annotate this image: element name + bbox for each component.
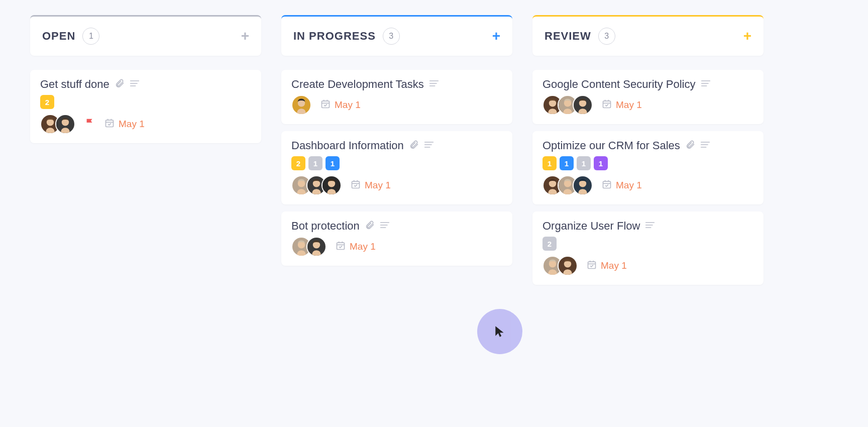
card-title: Dashboard Information — [291, 139, 404, 152]
badges-row: 211 — [291, 156, 502, 170]
description-icon[interactable] — [380, 221, 390, 231]
column-review: REVIEW 3 + Google Content Security Polic… — [532, 15, 764, 292]
due-date[interactable]: May 1 — [351, 179, 391, 192]
card-footer: May 1 — [40, 114, 251, 134]
count-badge[interactable]: 1 — [542, 156, 557, 170]
task-card[interactable]: Bot protectionMay 1 — [281, 211, 512, 266]
due-date[interactable]: May 1 — [587, 260, 627, 272]
due-date[interactable]: May 1 — [602, 179, 642, 192]
card-title-row: Get stuff done — [40, 78, 251, 91]
column-progress: IN PROGRESS 3 + Create Development Tasks… — [281, 15, 512, 292]
card-footer: May 1 — [542, 175, 753, 195]
badges-row: 1111 — [542, 156, 753, 170]
column-count-badge: 1 — [82, 28, 99, 45]
calendar-icon — [602, 179, 612, 192]
avatar[interactable] — [321, 175, 342, 195]
card-title: Organize User Flow — [542, 220, 640, 233]
svg-rect-77 — [588, 262, 596, 268]
add-card-button[interactable]: + — [492, 29, 500, 43]
task-card[interactable]: Google Content Security PolicyMay 1 — [532, 70, 764, 124]
svg-rect-7 — [106, 120, 114, 127]
column-title: OPEN — [42, 30, 75, 43]
add-card-button[interactable]: + — [241, 29, 249, 43]
card-title-row: Optimize our CRM for Sales — [542, 139, 753, 152]
count-badge[interactable]: 2 — [291, 156, 305, 170]
due-date-text: May 1 — [365, 180, 391, 191]
attachment-icon[interactable] — [115, 78, 125, 90]
attachment-icon[interactable] — [365, 220, 375, 232]
card-footer: May 1 — [542, 95, 753, 115]
card-title: Create Development Tasks — [291, 78, 424, 91]
card-footer: May 1 — [291, 175, 502, 195]
avatar[interactable] — [306, 237, 327, 257]
due-date[interactable]: May 1 — [104, 118, 145, 131]
avatar[interactable] — [291, 95, 311, 115]
avatars-group[interactable] — [40, 114, 75, 134]
due-date[interactable]: May 1 — [336, 241, 376, 253]
flag-icon[interactable] — [84, 118, 95, 131]
calendar-icon — [336, 241, 346, 253]
svg-rect-66 — [603, 181, 611, 188]
column-count-badge: 3 — [598, 28, 615, 45]
task-card[interactable]: Dashboard Information211May 1 — [281, 131, 512, 204]
description-icon[interactable] — [645, 221, 655, 231]
due-date[interactable]: May 1 — [320, 99, 361, 112]
badges-row: 2 — [542, 237, 753, 251]
task-card[interactable]: Get stuff done2May 1 — [30, 70, 261, 143]
avatars-group[interactable] — [291, 237, 327, 257]
count-badge[interactable]: 2 — [40, 95, 54, 109]
due-date-text: May 1 — [616, 99, 642, 111]
count-badge[interactable]: 1 — [577, 156, 591, 170]
description-icon[interactable] — [701, 79, 711, 89]
attachment-icon[interactable] — [409, 140, 419, 152]
svg-rect-16 — [322, 101, 330, 108]
avatar[interactable] — [573, 95, 593, 115]
card-title: Google Content Security Policy — [542, 78, 696, 91]
count-badge[interactable]: 1 — [308, 156, 322, 170]
description-icon[interactable] — [700, 141, 710, 151]
card-title: Optimize our CRM for Sales — [542, 139, 680, 152]
due-date-text: May 1 — [119, 119, 145, 130]
avatars-group[interactable] — [542, 95, 593, 115]
attachment-icon[interactable] — [685, 140, 695, 152]
cursor-indicator — [477, 309, 522, 354]
svg-rect-29 — [352, 181, 360, 188]
card-footer: May 1 — [291, 95, 502, 115]
calendar-icon — [351, 179, 361, 192]
column-open: OPEN 1 + Get stuff done2May 1 — [30, 15, 261, 292]
description-icon[interactable] — [130, 79, 140, 89]
column-count-badge: 3 — [383, 28, 400, 45]
card-footer: May 1 — [291, 237, 502, 257]
description-icon[interactable] — [429, 79, 439, 89]
column-title: IN PROGRESS — [293, 30, 376, 43]
avatars-group[interactable] — [291, 95, 311, 115]
avatar[interactable] — [573, 175, 593, 195]
due-date-text: May 1 — [616, 180, 642, 191]
card-title-row: Dashboard Information — [291, 139, 502, 152]
column-header-open[interactable]: OPEN 1 + — [30, 15, 261, 56]
calendar-icon — [320, 99, 331, 112]
add-card-button[interactable]: + — [743, 29, 751, 43]
count-badge[interactable]: 2 — [542, 237, 557, 251]
task-card[interactable]: Optimize our CRM for Sales1111May 1 — [532, 131, 764, 204]
column-header-progress[interactable]: IN PROGRESS 3 + — [281, 15, 512, 56]
svg-rect-40 — [337, 243, 345, 249]
avatar[interactable] — [55, 114, 75, 134]
avatar[interactable] — [558, 256, 578, 276]
calendar-icon — [602, 99, 612, 112]
count-badge[interactable]: 1 — [560, 156, 574, 170]
card-title: Get stuff done — [40, 78, 110, 91]
avatars-group[interactable] — [291, 175, 342, 195]
count-badge[interactable]: 1 — [325, 156, 340, 170]
count-badge[interactable]: 1 — [594, 156, 608, 170]
due-date-text: May 1 — [601, 260, 627, 271]
avatars-group[interactable] — [542, 256, 578, 276]
column-header-review[interactable]: REVIEW 3 + — [532, 15, 764, 56]
due-date[interactable]: May 1 — [602, 99, 642, 112]
task-card[interactable]: Create Development TasksMay 1 — [281, 70, 512, 124]
kanban-board: OPEN 1 + Get stuff done2May 1 IN PROGRES… — [30, 15, 838, 292]
task-card[interactable]: Organize User Flow2May 1 — [532, 211, 764, 285]
avatars-group[interactable] — [542, 175, 593, 195]
description-icon[interactable] — [424, 141, 434, 151]
svg-rect-53 — [603, 101, 611, 108]
